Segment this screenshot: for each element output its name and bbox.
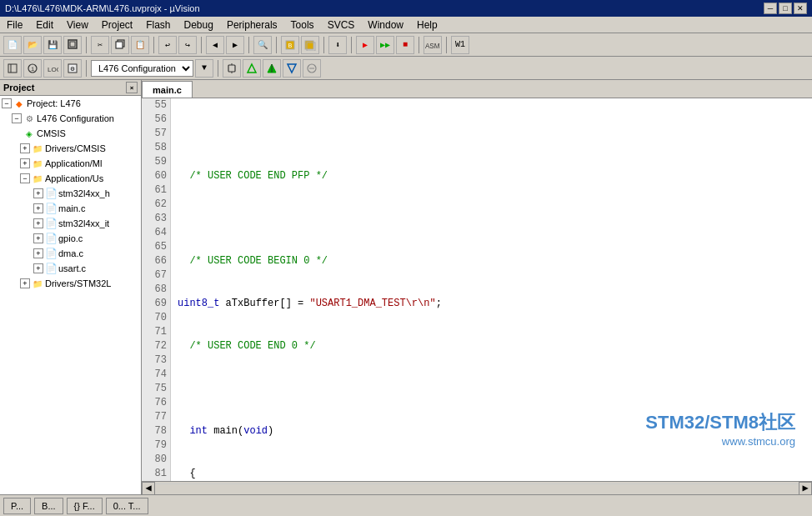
scroll-right-button[interactable]: ▶ — [799, 482, 812, 495]
perip-btn3[interactable] — [263, 59, 281, 78]
ln-71: 71 — [145, 325, 167, 339]
status-tab-t[interactable]: 0... T... — [106, 498, 148, 514]
perip-btn4[interactable] — [283, 59, 301, 78]
menu-flash[interactable]: Flash — [139, 18, 177, 33]
menu-file[interactable]: File — [0, 18, 29, 33]
target-options-button[interactable]: ▼ — [195, 59, 213, 78]
tree-item-stm32l4-h[interactable]: + 📄 stm32l4xx_h — [0, 186, 141, 201]
maximize-button[interactable]: □ — [779, 3, 792, 14]
tree-toggle-app-ml[interactable]: + — [20, 158, 30, 168]
tree-toggle-main-c[interactable]: + — [33, 203, 43, 213]
tree-item-dma-c[interactable]: + 📄 dma.c — [0, 246, 141, 261]
ln-55: 55 — [145, 98, 167, 113]
proj-btn1[interactable] — [3, 59, 22, 78]
menu-window[interactable]: Window — [361, 18, 410, 33]
tree-toggle-drivers-stm32l[interactable]: + — [20, 278, 30, 288]
cut-button[interactable]: ✂ — [91, 36, 109, 54]
scroll-left-button[interactable]: ◀ — [142, 482, 155, 495]
proj-btn3[interactable]: LOGO — [43, 59, 62, 78]
nav-fwd-button[interactable]: ▶ — [226, 36, 244, 54]
project-close-button[interactable]: × — [126, 82, 138, 93]
horizontal-scrollbar[interactable]: ◀ ▶ — [142, 481, 812, 494]
main-layout: Project × − ◆ Project: L476 − ⚙ L476 Con… — [0, 80, 812, 494]
rebuild-button[interactable] — [301, 36, 319, 54]
tree-item-drivers-stm32l[interactable]: + 📁 Drivers/STM32L — [0, 276, 141, 291]
status-tab-b[interactable]: B... — [34, 498, 63, 514]
watch1-button[interactable]: W1 — [451, 36, 469, 54]
code-line-62: int main(void) — [178, 424, 805, 438]
code-editor[interactable]: 55 56 57 58 59 60 61 62 63 64 65 66 67 6… — [142, 98, 812, 481]
proj-btn4[interactable]: ⚙ — [63, 59, 82, 78]
run-button[interactable]: ▶▶ — [376, 36, 394, 54]
save-button[interactable]: 💾 — [43, 36, 62, 54]
menu-debug[interactable]: Debug — [178, 18, 220, 33]
tree-item-usart-c[interactable]: + 📄 usart.c — [0, 261, 141, 276]
menu-project[interactable]: Project — [95, 18, 139, 33]
tree-item-cmsis[interactable]: ◈ CMSIS — [0, 126, 141, 141]
tree-item-stm32l4-it[interactable]: + 📄 stm32l4xx_it — [0, 216, 141, 231]
nav-back-button[interactable]: ◀ — [206, 36, 224, 54]
tab-main-c[interactable]: main.c — [142, 81, 193, 98]
tree-item-l476config[interactable]: − ⚙ L476 Configuration — [0, 111, 141, 126]
svg-text:ASM: ASM — [425, 42, 440, 49]
stop-button[interactable]: ■ — [396, 36, 414, 54]
perip-btn5[interactable] — [303, 59, 321, 78]
toolbar1: 📄 📂 💾 ✂ 📋 ↩ ↪ ◀ ▶ 🔍 B ⬇ ▶ ▶▶ ■ ASM W1 — [0, 33, 812, 57]
sep4 — [248, 37, 249, 53]
project-header-buttons: × — [126, 82, 138, 93]
build-button[interactable]: B — [281, 36, 299, 54]
status-tab-p[interactable]: P... — [3, 498, 31, 514]
proj-btn2[interactable]: i — [23, 59, 42, 78]
tree-toggle-stm32l4-h[interactable]: + — [33, 188, 43, 198]
new-file-button[interactable]: 📄 — [3, 36, 22, 54]
undo-button[interactable]: ↩ — [158, 36, 177, 54]
tree-toggle-root[interactable]: − — [2, 98, 12, 108]
main-c-icon: 📄 — [45, 203, 57, 214]
paste-button[interactable]: 📋 — [131, 36, 149, 54]
close-button[interactable]: ✕ — [794, 3, 807, 14]
copy-button[interactable] — [111, 36, 129, 54]
usart-c-icon: 📄 — [45, 263, 57, 274]
ln-61: 61 — [145, 183, 167, 198]
tree-toggle-drivers-cmsis[interactable]: + — [20, 143, 30, 153]
tree-item-app-us[interactable]: − 📁 Application/Us — [0, 171, 141, 186]
debug-button[interactable]: ▶ — [356, 36, 374, 54]
tree-toggle-stm32l4-it[interactable]: + — [33, 218, 43, 228]
tree-item-root[interactable]: − ◆ Project: L476 — [0, 96, 141, 111]
find-button[interactable]: 🔍 — [253, 36, 272, 54]
minimize-button[interactable]: ─ — [764, 3, 777, 14]
status-tab-f[interactable]: {} F... — [67, 498, 103, 514]
menu-svcs[interactable]: SVCS — [321, 18, 362, 33]
tree-toggle-dma-c[interactable]: + — [33, 248, 43, 258]
perip-btn1[interactable] — [223, 59, 241, 78]
perip-btn2[interactable] — [243, 59, 261, 78]
menu-edit[interactable]: Edit — [29, 18, 60, 33]
ln-68: 68 — [145, 283, 167, 297]
sep8 — [419, 37, 419, 53]
open-button[interactable]: 📂 — [23, 36, 42, 54]
code-lines: /* USER CODE END PFP */ /* USER CODE BEG… — [171, 98, 812, 481]
menu-tools[interactable]: Tools — [284, 18, 321, 33]
tree-toggle-gpio-c[interactable]: + — [33, 233, 43, 243]
tree-item-main-c[interactable]: + 📄 main.c — [0, 201, 141, 216]
tree-toggle-l476config[interactable]: − — [12, 113, 22, 123]
save-all-button[interactable] — [63, 36, 82, 54]
asm-button[interactable]: ASM — [424, 36, 442, 54]
tree-item-drivers-cmsis[interactable]: + 📁 Drivers/CMSIS — [0, 141, 141, 156]
config-select[interactable]: L476 Configuration — [91, 60, 193, 77]
ln-69: 69 — [145, 297, 167, 311]
ln-74: 74 — [145, 368, 167, 382]
ln-80: 80 — [145, 453, 167, 467]
menu-peripherals[interactable]: Peripherals — [220, 18, 284, 33]
menu-view[interactable]: View — [60, 18, 95, 33]
tree-label-gpio-c: gpio.c — [58, 233, 83, 243]
redo-button[interactable]: ↪ — [178, 36, 197, 54]
sep3 — [201, 37, 202, 53]
download-button[interactable]: ⬇ — [328, 36, 347, 54]
tree-item-app-ml[interactable]: + 📁 Application/Ml — [0, 156, 141, 171]
menu-help[interactable]: Help — [410, 18, 444, 33]
tree-toggle-app-us[interactable]: − — [20, 173, 30, 183]
tree-item-gpio-c[interactable]: + 📄 gpio.c — [0, 231, 141, 246]
editor-area: main.c 55 56 57 58 59 60 61 62 63 64 65 … — [142, 80, 812, 494]
tree-toggle-usart-c[interactable]: + — [33, 263, 43, 273]
